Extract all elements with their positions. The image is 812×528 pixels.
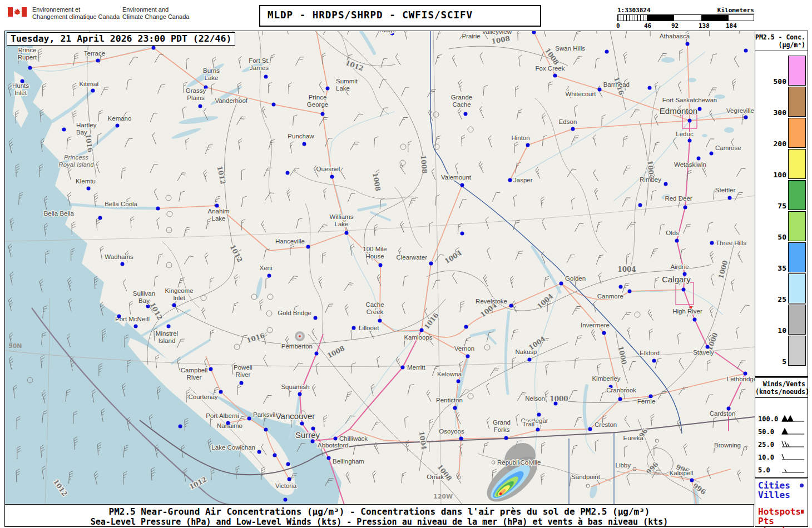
city-label: Bella Coola (105, 201, 137, 207)
scale-bar: 1:3303824 Kilometers 04692138184 (616, 7, 755, 29)
pm25-level-label: 300 (774, 108, 786, 117)
scale-seg-black (647, 15, 674, 21)
city-label: Airdrie (670, 263, 689, 270)
pm25-color-swatch (788, 149, 806, 179)
city-label: Surrey (295, 430, 320, 440)
city-label: Kelowna (437, 371, 462, 377)
scale-tick: 0 (616, 22, 620, 29)
city-label: Canmore (597, 293, 623, 300)
city-label: Fox Creek (535, 65, 565, 72)
city-label: Leduc (676, 131, 694, 137)
city-label: AnahimLake (208, 208, 230, 222)
svg-text:1000: 1000 (549, 395, 568, 403)
city-label: Red Deer (665, 195, 692, 202)
city-label: Sandpoint (571, 474, 601, 480)
pm25-level-label: 500 (774, 77, 786, 86)
pm25-legend-rows: 50030020010075503525105 (755, 54, 808, 366)
wind-speed-label: 10.0 (758, 454, 774, 461)
wind-barb-icon (781, 415, 805, 424)
city-label: Clearwater (396, 254, 427, 261)
scale-tick: 184 (726, 22, 737, 29)
city-label: Punchaw (288, 133, 314, 140)
city-label: Osoyoos (439, 428, 464, 435)
map-title-box: MLDP - HRDPS/SHRPD - CWFIS/SCIFV (259, 5, 541, 27)
svg-text:1012: 1012 (344, 59, 364, 73)
map[interactable]: 1016101610161016101210121012101210121012… (4, 31, 755, 505)
svg-text:1000: 1000 (617, 345, 628, 365)
pm25-color-swatch (788, 87, 806, 117)
city-label: Barrhead (603, 81, 630, 88)
scale-ratio: 1:3303824 (617, 7, 651, 14)
city-label: Kamloops (404, 334, 432, 341)
city-label: Nelson (525, 395, 545, 402)
pm25-level-label: 200 (774, 140, 786, 148)
pm25-color-swatch (788, 336, 806, 366)
svg-text:1016: 1016 (246, 331, 266, 345)
svg-text:1000: 1000 (717, 260, 729, 280)
pm25-legend-row: 25 (755, 272, 808, 303)
map-title: MLDP - HRDPS/SHRPD - CWFIS/SCIFV (268, 9, 540, 21)
city-label: Victoria (275, 482, 297, 489)
city-label: Kitimat (79, 81, 99, 87)
map-canvas[interactable]: 1016101610161016101210121012101210121012… (5, 31, 755, 505)
svg-text:1008: 1008 (326, 344, 346, 360)
pm25-color-swatch (788, 305, 806, 335)
city-label: GrandForks (493, 419, 511, 433)
city-label: Olds (666, 230, 679, 236)
city-label: HartleyBay (76, 122, 97, 136)
hotspot-markers (295, 306, 692, 341)
header: Environnement et Changement climatique C… (0, 0, 812, 31)
scale-seg-hatched (618, 15, 647, 21)
city-label: SummitLake (336, 78, 358, 92)
city-label: PowellRiver (234, 364, 252, 378)
wind-legend-row: 50.0 (755, 425, 808, 438)
scale-seg-white (674, 15, 701, 21)
svg-text:120W: 120W (433, 493, 453, 500)
city-label: Gold Bridge (278, 310, 311, 316)
city-label: HuntsInlet (12, 82, 29, 96)
agency-name-en: Environment and Climate Change Canada (122, 6, 189, 21)
pm25-legend-row: 10 (755, 303, 808, 335)
pm25-level-label: 25 (778, 295, 786, 303)
canada-flag-icon (8, 7, 27, 17)
wind-speed-label: 50.0 (758, 428, 774, 436)
cities-legend-row: Cities (758, 481, 805, 490)
cities-label-en: Cities (758, 481, 790, 490)
winds-legend-title-line2: (knots/noeuds) (755, 388, 805, 396)
city-label: Fernie (637, 398, 656, 405)
city-label: Quesnel (316, 166, 340, 172)
scale-seg-white (729, 15, 754, 21)
winds-legend-title-line1: Winds/Vents (755, 380, 805, 388)
city-label: Abbotsford (318, 442, 349, 449)
city-label: MinstrelIsland (156, 330, 178, 344)
legend-divider (755, 51, 808, 51)
city-label: Fort Saskatchewan (662, 97, 717, 103)
svg-text:1012: 1012 (148, 301, 164, 321)
city-label: TumblerRidge (376, 31, 399, 33)
svg-text:1004: 1004 (536, 292, 554, 311)
pm25-legend-row: 5 (755, 335, 808, 366)
city-label: Athabasca (660, 33, 690, 39)
city-label: PrincessRoyal Island (58, 154, 94, 168)
svg-text:1016: 1016 (84, 133, 95, 153)
city-label: Fort St.James (249, 57, 270, 71)
wind-barb-icon (781, 440, 805, 449)
scale-tick: 138 (699, 22, 710, 29)
city-label: Wadhams (105, 253, 133, 260)
city-label: Invermere (581, 322, 610, 328)
pm25-level-label: 10 (778, 326, 786, 335)
pm25-legend-row: 200 (755, 117, 808, 148)
pm25-level-label: 50 (778, 233, 786, 241)
city-label: Revelstoke (476, 298, 507, 305)
city-label: Republic (497, 459, 522, 466)
city-label: Wetaskiwin (674, 161, 706, 168)
svg-text:1004: 1004 (443, 249, 463, 266)
wind-barb-icon (781, 466, 805, 475)
wind-legend-row: 5.0 (755, 464, 808, 476)
pm25-color-swatch (788, 118, 806, 148)
pm25-color-swatch (788, 56, 806, 86)
city-label: Vegreville (726, 107, 754, 114)
weather-map-page: Environnement et Changement climatique C… (0, 0, 812, 528)
city-label: High River (672, 308, 702, 315)
city-label: Nakusp (516, 348, 537, 355)
